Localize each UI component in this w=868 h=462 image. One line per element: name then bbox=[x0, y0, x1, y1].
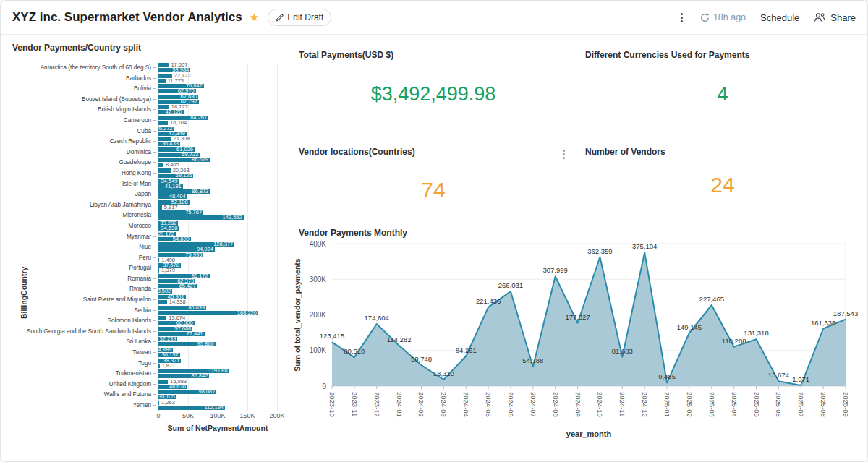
bar[interactable]: 15,983 bbox=[158, 380, 168, 384]
country-row: Wallis and Futuna98,08730,105 bbox=[12, 390, 287, 399]
bar[interactable]: 8,465 bbox=[158, 163, 163, 167]
schedule-label: Schedule bbox=[760, 12, 799, 23]
y-tick-label: 300K bbox=[310, 275, 327, 283]
currencies-tile: Different Currencies Used for Payments 4 bbox=[576, 41, 868, 114]
bar[interactable]: 11,773 bbox=[158, 79, 166, 83]
country-tick bbox=[153, 405, 156, 406]
bar[interactable]: 13,674 bbox=[158, 316, 166, 320]
bar[interactable]: 42,120 bbox=[158, 110, 184, 114]
bar-value-label: 1,379 bbox=[161, 268, 175, 273]
country-bars: 37,6781,379 bbox=[158, 263, 277, 273]
pencil-icon bbox=[276, 14, 284, 22]
bar[interactable]: 1,498 bbox=[158, 258, 159, 262]
locations-kebab-menu-icon[interactable] bbox=[560, 147, 568, 162]
country-label: Cuba bbox=[12, 128, 151, 134]
country-tick bbox=[153, 384, 156, 385]
country-row: Yemen1,263112,194 bbox=[12, 401, 287, 410]
country-label: Wallis and Futuna bbox=[12, 391, 151, 398]
x-tick-label: 2023-12 bbox=[373, 392, 381, 417]
x-tick-label: 2024-10 bbox=[596, 392, 604, 417]
monthly-area-chart[interactable]: 0100K200K300K400K123,4152023-1080,510202… bbox=[290, 238, 866, 455]
country-label: Taiwan bbox=[12, 349, 151, 356]
country-label: Romania bbox=[12, 275, 151, 282]
edit-draft-label: Edit Draft bbox=[287, 12, 323, 22]
bar[interactable]: 14,338 bbox=[158, 300, 167, 304]
bar[interactable]: 41,181 bbox=[158, 184, 183, 189]
x-tick-label: 50K bbox=[182, 412, 194, 419]
country-row: Isle of Man34,54941,181 bbox=[12, 179, 287, 189]
total-payments-title: Total Payments(USD $) bbox=[299, 50, 568, 60]
country-row: United Kingdom15,98348,636 bbox=[12, 380, 287, 389]
bar-value-label: 86,172 bbox=[192, 273, 208, 279]
bar[interactable]: 54,600 bbox=[158, 237, 191, 241]
bar[interactable]: 112,194 bbox=[158, 406, 225, 410]
country-tick bbox=[153, 109, 156, 110]
x-tick-label: 2025-09 bbox=[842, 392, 850, 417]
point-value-label: 123,415 bbox=[320, 332, 344, 340]
header-kebab-menu-icon[interactable] bbox=[678, 10, 686, 25]
country-bars: 52,1085,917 bbox=[158, 200, 277, 210]
x-tick-label: 2025-08 bbox=[820, 392, 827, 417]
locations-title: Vendor locations(Countries) bbox=[299, 147, 415, 157]
point-value-label: 131,318 bbox=[744, 329, 768, 337]
country-tick bbox=[153, 363, 156, 364]
country-row: Barbados22,72211,773 bbox=[12, 74, 287, 83]
country-tick bbox=[153, 373, 156, 374]
share-button[interactable]: Share bbox=[814, 12, 856, 23]
country-bars: 67,63067,797 bbox=[158, 95, 277, 104]
total-payments-tile: Total Payments(USD $) $3,492,499.98 bbox=[290, 41, 576, 114]
country-tick bbox=[153, 173, 156, 174]
share-label: Share bbox=[830, 12, 856, 23]
bar[interactable]: 32,239 bbox=[158, 337, 177, 341]
country-row: Cuba26,27247,349 bbox=[12, 127, 287, 136]
country-bars: 45,96114,338 bbox=[158, 295, 277, 304]
country-bars: 15,98348,636 bbox=[158, 380, 277, 389]
country-label: Antarctica (the territory South of 60 de… bbox=[12, 64, 151, 71]
favorite-star-icon[interactable]: ★ bbox=[250, 11, 259, 24]
bar[interactable]: 34,530 bbox=[158, 226, 179, 231]
bar[interactable]: 80,639 bbox=[158, 306, 206, 310]
vendors-title: Number of Vendors bbox=[585, 147, 860, 157]
country-tick bbox=[153, 247, 156, 247]
country-tick bbox=[153, 99, 156, 100]
bar-value-label: 16,104 bbox=[170, 120, 187, 126]
country-row: Niue128,37794,924 bbox=[12, 242, 287, 252]
country-bars: 84,26116,104 bbox=[158, 116, 277, 125]
country-bars: 1,263112,194 bbox=[158, 401, 277, 410]
refresh-control[interactable]: 18h ago bbox=[700, 12, 746, 22]
people-icon bbox=[814, 12, 826, 22]
currencies-title: Different Currencies Used for Payments bbox=[585, 50, 860, 60]
country-label: Dominica bbox=[12, 149, 151, 155]
edit-draft-button[interactable]: Edit Draft bbox=[268, 9, 331, 26]
x-tick-label: 150K bbox=[239, 412, 255, 419]
point-value-label: 80,510 bbox=[344, 347, 365, 355]
country-bars: 34,54941,181 bbox=[158, 179, 277, 189]
bar[interactable]: 20,363 bbox=[158, 168, 171, 173]
last-refresh-label: 18h ago bbox=[713, 12, 746, 22]
country-tick bbox=[153, 341, 156, 342]
country-bars: 13,67460,500 bbox=[158, 316, 277, 325]
country-row: Dominica61,02669,723 bbox=[12, 147, 287, 157]
country-row: Togo38,3211,871 bbox=[12, 359, 287, 368]
bar[interactable]: 48,636 bbox=[158, 385, 187, 389]
country-row: Serbia80,639168,220 bbox=[12, 306, 287, 315]
bar[interactable]: 75,767 bbox=[158, 210, 203, 215]
bar[interactable]: 1,871 bbox=[158, 364, 160, 368]
bar[interactable]: 1,263 bbox=[158, 401, 159, 405]
country-tick bbox=[153, 67, 156, 68]
bar[interactable]: 5,917 bbox=[158, 205, 162, 210]
bar-value-label: 75,767 bbox=[185, 210, 202, 215]
country-bars: 29,17254,600 bbox=[158, 232, 277, 241]
bar[interactable]: 17,607 bbox=[158, 63, 169, 67]
schedule-button[interactable]: Schedule bbox=[760, 12, 799, 23]
y-tick-label: 0 bbox=[322, 382, 326, 390]
country-bars: 128,37794,924 bbox=[158, 242, 277, 252]
bar-value-label: 86,873 bbox=[192, 189, 208, 194]
country-label: Libyan Arab Jamahiriya bbox=[12, 202, 151, 208]
bar-value-label: 59,126 bbox=[176, 173, 192, 179]
bar[interactable]: 1,379 bbox=[158, 268, 159, 273]
x-tick-label: 2024-06 bbox=[507, 392, 515, 417]
country-label: Peru bbox=[12, 254, 151, 261]
country-bars: 26,27247,349 bbox=[158, 127, 277, 136]
country-label: Japan bbox=[12, 191, 151, 197]
